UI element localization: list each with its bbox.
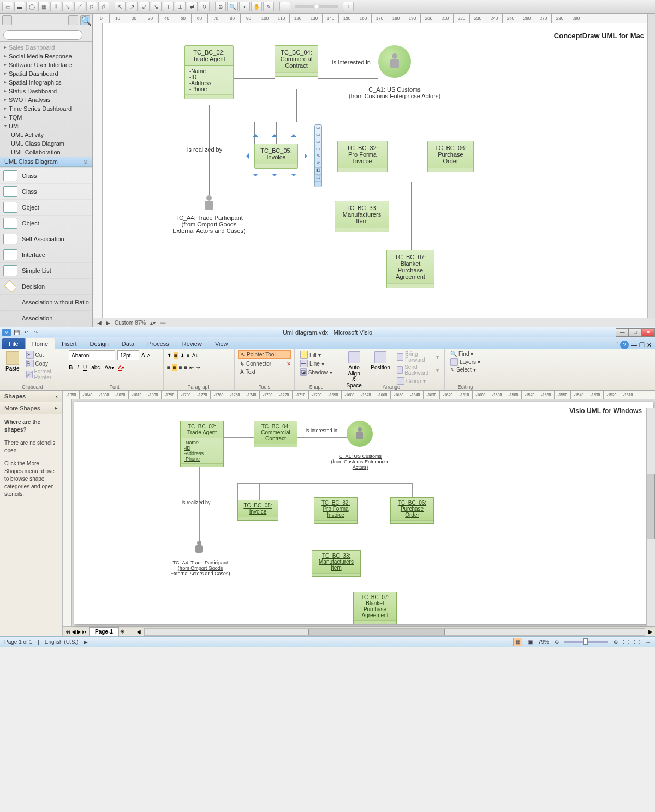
tree-item[interactable]: ▸Status Dashboard xyxy=(0,87,92,95)
tab-view[interactable]: View xyxy=(209,338,235,349)
uml-blanket[interactable]: TC_BC_07: Blanket Purchase Agreement xyxy=(386,250,434,288)
find-button[interactable]: 🔍Find▾ xyxy=(448,350,483,357)
select-button[interactable]: ↖Select▾ xyxy=(448,366,483,373)
switch-window-icon[interactable]: ↔ xyxy=(645,639,651,645)
shape-object[interactable]: Object xyxy=(0,200,92,216)
fit-width-icon[interactable]: ⛶ xyxy=(634,639,640,645)
uml-commercial-contract[interactable]: TC_BC_04: Commercial Contract xyxy=(275,45,318,77)
layers-button[interactable]: Layers▾ xyxy=(448,357,483,366)
uml-trade-agent[interactable]: TC_BC_02: Trade Agent -Name -ID -Address… xyxy=(184,45,234,99)
pointer-tool-button[interactable]: ↖Pointer Tool xyxy=(238,350,291,359)
case-button[interactable]: Aa▾ xyxy=(104,365,114,371)
visio-icon[interactable]: V xyxy=(2,329,11,336)
zoom-in-icon[interactable]: ⊕ xyxy=(614,639,618,645)
shape-object2[interactable]: Object xyxy=(0,216,92,231)
doc-restore-icon[interactable]: ❐ xyxy=(639,342,645,349)
help-icon[interactable]: ? xyxy=(620,341,629,349)
pointer-tool[interactable]: ▭ xyxy=(2,2,13,11)
underline-button[interactable]: U xyxy=(83,365,87,371)
shape-assoc-nr[interactable]: —Association without Ratio xyxy=(0,295,92,311)
line-tool[interactable]: ／ xyxy=(74,2,85,11)
outdent-icon[interactable]: ⇤ xyxy=(189,365,194,371)
eyedrop-tool[interactable]: ✎ xyxy=(263,2,274,11)
next-page-icon[interactable]: ▶ xyxy=(77,629,81,635)
shape-class2[interactable]: Class xyxy=(0,184,92,200)
text-direction-icon[interactable]: A↕ xyxy=(192,353,199,359)
bold-button[interactable]: B xyxy=(69,365,73,371)
hand-tool[interactable]: ✋ xyxy=(251,2,262,11)
tree-item[interactable]: ▸SWOT Analysis xyxy=(0,95,92,104)
align-justify-icon[interactable]: ≡ xyxy=(184,365,188,371)
tree-child[interactable]: UML Class Diagram xyxy=(0,139,92,148)
zoom-slider[interactable] xyxy=(295,5,338,8)
font-name-input[interactable] xyxy=(69,350,115,360)
selection-handle[interactable] xyxy=(243,153,249,159)
arrow1-tool[interactable]: ↖ xyxy=(115,2,126,11)
selection-handle[interactable] xyxy=(253,174,258,179)
v-blanket[interactable]: TC_BC_07: Blanket Purchase Agreement xyxy=(353,592,397,624)
selection-handle[interactable] xyxy=(272,132,277,137)
minimize-button[interactable]: — xyxy=(616,328,629,337)
undo-icon[interactable]: ↶ xyxy=(22,329,31,336)
align-bottom-icon[interactable]: ⬇ xyxy=(180,353,184,359)
shape-assoc[interactable]: —Association xyxy=(0,311,92,326)
connector-button[interactable]: ↳Connector xyxy=(238,360,273,367)
visio-scrollbar-v[interactable] xyxy=(646,408,655,626)
align-middle-icon[interactable]: ≡ xyxy=(174,352,178,359)
status-lang[interactable]: English (U.S.) xyxy=(45,639,79,645)
strike-button[interactable]: abc xyxy=(91,365,100,371)
v-purchase[interactable]: TC_BC_06: Purchase Order xyxy=(390,497,434,524)
fill-button[interactable]: Fill▾ xyxy=(298,350,335,359)
cd-scrollbar-v[interactable] xyxy=(647,14,655,318)
zoom-minus[interactable]: − xyxy=(279,2,290,11)
text-tool-button[interactable]: AText xyxy=(238,368,291,375)
delete-icon[interactable]: ✕ xyxy=(287,361,291,367)
send-backward-button[interactable]: Send Backward▾ xyxy=(395,363,441,377)
tab-review[interactable]: Review xyxy=(176,338,209,349)
rotate-tool[interactable]: ↻ xyxy=(199,2,210,11)
visio-scrollbar-h[interactable] xyxy=(144,628,645,636)
tree-item[interactable]: ▸Time Series Dashboard xyxy=(0,104,92,113)
save-icon[interactable]: 💾 xyxy=(12,329,21,336)
tree-selected[interactable]: UML Class Diagram⊗ xyxy=(0,157,92,167)
tree-child[interactable]: UML Collaboration xyxy=(0,148,92,157)
v-proforma[interactable]: TC_BC_32: Pro Forma Invoice xyxy=(314,497,358,524)
library-icon[interactable] xyxy=(2,15,12,25)
italic-button[interactable]: I xyxy=(77,365,79,371)
tab-home[interactable]: Home xyxy=(25,338,55,349)
cd-canvas[interactable]: ConceptDraw UML for Mac TC_BC_02 xyxy=(103,23,655,318)
maximize-button[interactable]: □ xyxy=(629,328,642,337)
arrow2-tool[interactable]: ↗ xyxy=(127,2,138,11)
macro-icon[interactable]: ▶ xyxy=(84,639,88,645)
selection-handle[interactable] xyxy=(253,132,258,137)
tree-child[interactable]: UML Activity xyxy=(0,130,92,139)
selection-handle[interactable] xyxy=(291,132,296,137)
tree-item[interactable]: ▸Spatial Dashboard xyxy=(0,69,92,78)
shape-simplelist[interactable]: Simple List xyxy=(0,263,92,279)
ellipse-tool[interactable]: ◯ xyxy=(26,2,37,11)
shape-selfassoc[interactable]: Self Association xyxy=(0,231,92,247)
line-button[interactable]: —Line▾ xyxy=(298,359,335,368)
smart-panel[interactable]: ▭▭▭▭ ✎⟳◧⬚ xyxy=(314,124,322,187)
selection-handle[interactable] xyxy=(291,174,296,179)
shape-decision[interactable]: Decision xyxy=(0,279,92,295)
new-page-icon[interactable]: ✳ xyxy=(120,629,124,635)
arrow3-tool[interactable]: ↙ xyxy=(139,2,150,11)
zoom-fit-tool[interactable]: ⊕ xyxy=(215,2,226,11)
redo-icon[interactable]: ↷ xyxy=(32,329,40,336)
last-page-icon[interactable]: ⏭ xyxy=(82,629,88,635)
font-color-button[interactable]: A▾ xyxy=(118,365,125,371)
zoom-in-tool[interactable]: 🔍 xyxy=(227,2,238,11)
v-commercial[interactable]: TC_BC_04: Commercial Contract xyxy=(254,421,297,447)
align-right-icon[interactable]: ≡ xyxy=(179,365,182,371)
close-button[interactable]: ✕ xyxy=(642,328,655,337)
v-invoice[interactable]: TC_BC_05: Invoice xyxy=(237,500,278,521)
view-normal-icon[interactable]: ▦ xyxy=(513,638,522,646)
copy-button[interactable]: ⎘Copy xyxy=(24,359,62,368)
connect-tool[interactable]: ↘ xyxy=(62,2,73,11)
align-tool[interactable]: ⫴ xyxy=(50,2,61,11)
format-painter-button[interactable]: 🖌Format Painter xyxy=(24,368,62,381)
v-manufacturers[interactable]: TC_BC_33: Manufacturers Item xyxy=(312,550,361,577)
list-view-icon[interactable] xyxy=(68,15,78,25)
page-tab[interactable]: Page-1 xyxy=(89,627,119,636)
